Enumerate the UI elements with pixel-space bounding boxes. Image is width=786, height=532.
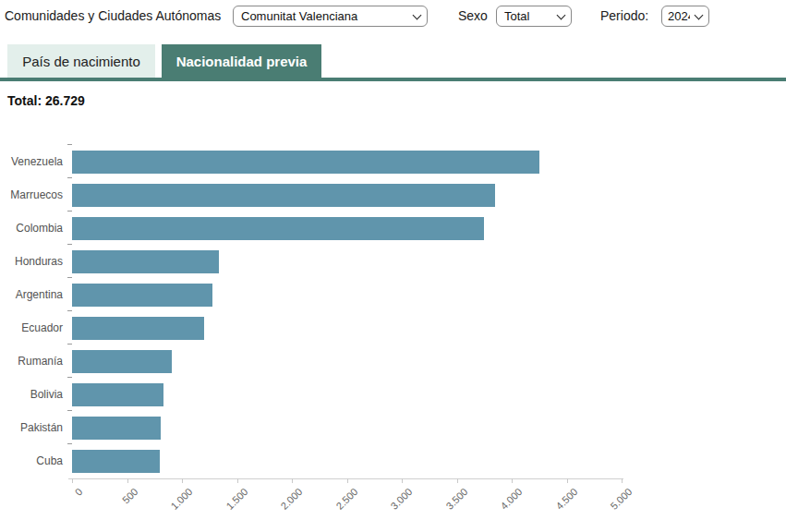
y-axis-tick — [67, 443, 72, 444]
category-label: Rumanía — [0, 350, 63, 373]
y-axis-tick — [67, 410, 72, 411]
y-axis-tick — [67, 144, 72, 145]
y-axis-tick — [67, 344, 72, 345]
x-axis-tick — [567, 478, 568, 483]
bar[interactable] — [72, 317, 204, 340]
x-axis-tick-label: 5.000 — [598, 486, 635, 523]
category-label: Honduras — [0, 250, 63, 273]
x-axis-tick-label: 3.000 — [378, 486, 415, 523]
x-axis-tick-label: 2.500 — [323, 486, 360, 523]
bar[interactable] — [72, 250, 219, 273]
x-axis-tick — [237, 478, 238, 483]
x-axis-line — [68, 478, 623, 479]
x-axis-tick-label: 500 — [103, 486, 140, 523]
y-axis-tick — [67, 377, 72, 378]
y-axis-tick — [67, 310, 72, 311]
bar[interactable] — [72, 383, 163, 406]
x-axis-tick — [347, 478, 348, 483]
x-axis-tick — [72, 478, 73, 483]
x-axis-tick-label: 1.000 — [158, 486, 195, 523]
bar[interactable] — [72, 151, 539, 174]
category-label: Colombia — [0, 217, 63, 240]
x-axis-tick — [127, 478, 128, 483]
bar[interactable] — [72, 284, 212, 307]
y-axis-tick — [67, 177, 72, 178]
bar[interactable] — [72, 450, 160, 473]
x-axis-tick-label: 0 — [48, 486, 85, 523]
page: Comunidades y Ciudades Autónomas Comunit… — [0, 0, 786, 532]
category-label: Venezuela — [0, 151, 63, 174]
bar[interactable] — [72, 217, 484, 240]
y-axis-tick — [67, 244, 72, 245]
bar[interactable] — [72, 350, 172, 373]
x-axis-tick-label: 1.500 — [213, 486, 250, 523]
x-axis-tick-label: 4.000 — [488, 486, 525, 523]
x-axis-tick-label: 3.500 — [433, 486, 470, 523]
x-axis-tick — [512, 478, 513, 483]
x-axis-tick-label: 2.000 — [268, 486, 305, 523]
category-label: Bolivia — [0, 383, 63, 406]
x-axis-tick — [182, 478, 183, 483]
x-axis-tick — [622, 478, 623, 483]
y-axis-tick — [67, 277, 72, 278]
category-label: Cuba — [0, 450, 63, 473]
x-axis-tick — [457, 478, 458, 483]
x-axis-tick — [402, 478, 403, 483]
bar-chart: VenezuelaMarruecosColombiaHondurasArgent… — [0, 0, 786, 532]
category-label: Marruecos — [0, 184, 63, 207]
x-axis-tick — [292, 478, 293, 483]
bar[interactable] — [72, 184, 495, 207]
y-axis-tick — [67, 211, 72, 212]
x-axis-tick-label: 4.500 — [543, 486, 580, 523]
category-label: Ecuador — [0, 317, 63, 340]
category-label: Argentina — [0, 284, 63, 307]
category-label: Pakistán — [0, 417, 63, 440]
bar[interactable] — [72, 417, 161, 440]
